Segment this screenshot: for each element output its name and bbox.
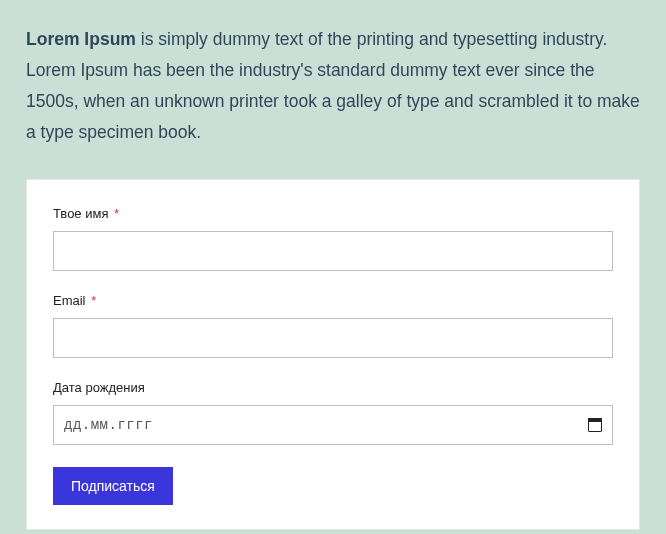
dob-placeholder: дд.мм.гггг — [64, 417, 153, 433]
name-field: Твое имя * — [53, 206, 613, 271]
dob-input[interactable]: дд.мм.гггг — [53, 405, 613, 445]
email-field: Email * — [53, 293, 613, 358]
email-label-text: Email — [53, 293, 86, 308]
name-input[interactable] — [53, 231, 613, 271]
name-label-text: Твое имя — [53, 206, 108, 221]
intro-bold: Lorem Ipsum — [26, 29, 136, 49]
email-label: Email * — [53, 293, 613, 308]
dob-field: Дата рождения дд.мм.гггг — [53, 380, 613, 445]
required-mark: * — [114, 206, 119, 221]
subscribe-form: Твое имя * Email * Дата рождения дд.мм.г… — [26, 179, 640, 530]
required-mark: * — [91, 293, 96, 308]
email-input[interactable] — [53, 318, 613, 358]
name-label: Твое имя * — [53, 206, 613, 221]
dob-label: Дата рождения — [53, 380, 613, 395]
submit-button[interactable]: Подписаться — [53, 467, 173, 505]
intro-paragraph: Lorem Ipsum is simply dummy text of the … — [26, 24, 640, 149]
calendar-icon[interactable] — [588, 418, 602, 432]
